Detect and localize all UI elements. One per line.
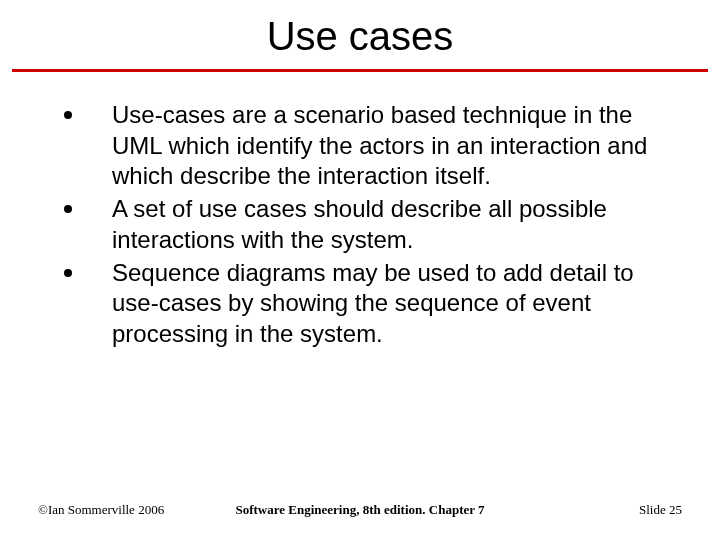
bullet-icon <box>64 111 72 119</box>
bullet-text: Sequence diagrams may be used to add det… <box>112 259 634 347</box>
bullet-text: Use-cases are a scenario based technique… <box>112 101 647 189</box>
footer-copyright: ©Ian Sommerville 2006 <box>38 502 164 518</box>
bullet-text: A set of use cases should describe all p… <box>112 195 607 253</box>
bullet-icon <box>64 205 72 213</box>
slide: Use cases Use-cases are a scenario based… <box>0 0 720 540</box>
list-item: Use-cases are a scenario based technique… <box>40 100 680 192</box>
slide-footer: ©Ian Sommerville 2006 Software Engineeri… <box>0 502 720 518</box>
footer-slide-number: Slide 25 <box>639 502 682 518</box>
list-item: A set of use cases should describe all p… <box>40 194 680 255</box>
list-item: Sequence diagrams may be used to add det… <box>40 258 680 350</box>
bullet-list: Use-cases are a scenario based technique… <box>40 100 680 350</box>
bullet-icon <box>64 269 72 277</box>
slide-body: Use-cases are a scenario based technique… <box>0 72 720 350</box>
slide-title: Use cases <box>0 0 720 69</box>
